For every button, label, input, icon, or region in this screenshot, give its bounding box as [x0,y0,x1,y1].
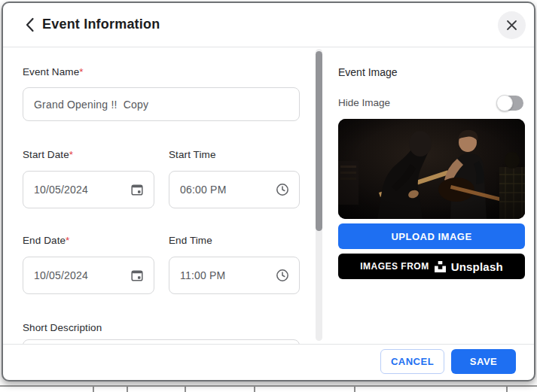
page-title: Event Information [42,17,160,32]
calendar-icon[interactable] [130,268,145,283]
hide-image-label: Hide Image [338,97,390,108]
event-name-field [23,87,300,121]
unsplash-brand-label: Unsplash [451,260,503,273]
back-button[interactable] [20,15,39,35]
end-date-input[interactable] [34,269,125,281]
end-time-label: End Time [169,235,212,246]
event-image-title: Event Image [338,66,398,78]
calendar-icon[interactable] [130,182,145,197]
background-grid-line [0,385,537,387]
start-time-input[interactable] [180,184,270,196]
close-button[interactable] [498,11,526,39]
required-asterisk: * [69,149,73,160]
save-button[interactable]: SAVE [451,349,516,374]
image-panel: Event Image Hide Image [338,47,525,344]
required-asterisk: * [66,235,69,246]
hide-image-row: Hide Image [338,95,525,111]
modal-body: Event Name* Start Date* Start Time [3,47,534,344]
save-label: SAVE [470,356,497,367]
start-time-field [169,171,300,208]
hide-image-toggle[interactable] [498,96,523,111]
concert-photo [338,119,525,219]
unsplash-logo-icon [435,261,446,272]
required-asterisk: * [79,66,83,77]
unsplash-button[interactable]: IMAGES FROM Unsplash [338,254,525,279]
background-grid-tick [254,387,255,392]
event-image-preview [338,119,525,219]
toggle-knob [496,95,513,111]
event-name-label: Event Name* [23,66,84,77]
event-form: Event Name* Start Date* Start Time [3,47,313,344]
end-time-input[interactable] [180,269,270,281]
background-grid-tick [354,387,355,392]
start-date-input[interactable] [34,184,125,196]
upload-image-label: UPLOAD IMAGE [391,231,471,242]
background-grid-tick [506,387,508,392]
short-description-label: Short Description [23,322,102,333]
scrollbar-track[interactable] [316,49,322,341]
upload-image-button[interactable]: UPLOAD IMAGE [338,223,525,249]
event-information-modal: Event Information Event Name* Start Date… [2,2,535,381]
start-date-field [23,171,154,208]
unsplash-prefix-label: IMAGES FROM [360,261,429,272]
end-time-field [169,257,300,294]
start-time-label: Start Time [169,149,216,160]
modal-header: Event Information [3,3,534,47]
end-date-field [23,257,154,294]
clock-icon[interactable] [275,268,290,283]
start-date-label: Start Date* [23,149,73,160]
clock-icon[interactable] [275,182,290,197]
background-grid-tick [93,387,94,392]
cancel-button[interactable]: CANCEL [380,349,444,374]
cancel-label: CANCEL [391,356,434,367]
scrollbar-thumb[interactable] [316,51,322,231]
chevron-left-icon [25,17,35,32]
modal-footer: CANCEL SAVE [3,344,534,380]
close-icon [506,20,517,31]
background-grid-tick [185,387,186,392]
event-name-input[interactable] [34,99,290,111]
background-grid-tick [127,387,128,392]
end-date-label: End Date* [23,235,69,246]
